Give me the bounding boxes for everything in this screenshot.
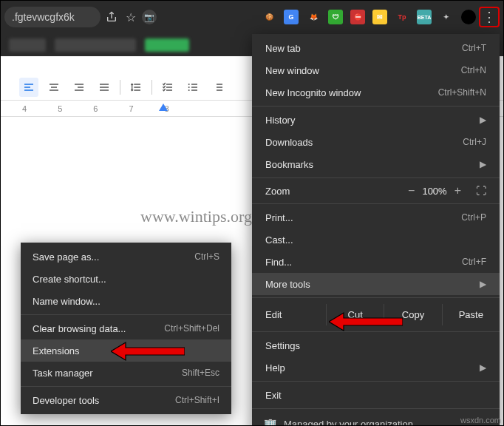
submenu-extensions[interactable]: Extensions (21, 339, 231, 362)
chevron-right-icon: ▶ (480, 362, 486, 373)
address-bar[interactable]: .fgtevwcgfx6k (4, 7, 101, 27)
bulleted-list[interactable] (183, 78, 202, 97)
menu-downloads[interactable]: DownloadsCtrl+J (252, 131, 500, 153)
submenu-clear-data[interactable]: Clear browsing data...Ctrl+Shift+Del (21, 317, 231, 339)
numbered-list[interactable] (208, 78, 228, 97)
checklist[interactable] (158, 78, 177, 97)
ext-icon-translate[interactable]: G (284, 10, 299, 24)
building-icon: 🏢 (264, 418, 276, 426)
camera-icon[interactable]: 📷 (142, 10, 157, 24)
chevron-right-icon: ▶ (480, 159, 486, 169)
share-icon[interactable] (103, 9, 120, 25)
align-center[interactable] (44, 78, 64, 97)
ext-icon-tp[interactable]: Tp (395, 10, 409, 24)
zoom-in-button[interactable]: + (454, 184, 461, 197)
edit-label: Edit (252, 304, 326, 325)
ext-icon-cookie[interactable]: 🍪 (262, 10, 276, 24)
menu-zoom: Zoom − 100% + ⛶ (252, 180, 500, 201)
svg-point-1 (188, 87, 190, 88)
star-icon[interactable]: ☆ (123, 9, 139, 25)
line-spacing[interactable] (126, 78, 146, 97)
submenu-dev-tools[interactable]: Developer toolsCtrl+Shift+I (21, 389, 231, 411)
bookmark-item[interactable] (55, 38, 136, 52)
align-right[interactable] (69, 78, 89, 97)
svg-point-2 (188, 89, 190, 91)
zoom-out-button[interactable]: − (408, 184, 415, 197)
fullscreen-icon[interactable]: ⛶ (476, 185, 486, 197)
align-left[interactable] (19, 78, 38, 97)
edit-copy[interactable]: Copy (384, 304, 441, 325)
menu-history[interactable]: History▶ (252, 109, 500, 131)
bookmark-item[interactable] (145, 38, 189, 52)
puzzle-icon[interactable]: ✦ (439, 10, 454, 24)
chevron-right-icon: ▶ (480, 115, 486, 125)
menu-edit-row: Edit Cut Copy Paste (252, 300, 500, 329)
ext-icon-beta[interactable]: BETA (417, 10, 432, 24)
bookmark-item[interactable] (9, 38, 46, 52)
menu-bookmarks[interactable]: Bookmarks▶ (252, 153, 500, 175)
submenu-create-shortcut[interactable]: Create shortcut... (21, 268, 231, 290)
menu-settings[interactable]: Settings (252, 334, 500, 356)
submenu-save-page[interactable]: Save page as...Ctrl+S (21, 246, 231, 268)
ruler-mark: 7 (129, 104, 133, 113)
profile-avatar[interactable] (461, 10, 476, 24)
chevron-right-icon: ▶ (480, 279, 486, 289)
extension-icons: 🍪 G 🦊 🛡 ⛔ ✉ Tp BETA ✦ (262, 10, 476, 24)
submenu-task-manager[interactable]: Task managerShift+Esc (21, 362, 231, 384)
indent-marker[interactable] (159, 104, 168, 111)
edit-paste[interactable]: Paste (442, 304, 500, 325)
edit-cut[interactable]: Cut (326, 304, 384, 325)
menu-more-tools[interactable]: More tools▶ (252, 273, 500, 295)
chrome-main-menu: New tabCtrl+T New windowCtrl+N New Incog… (252, 34, 500, 426)
browser-top-bar: .fgtevwcgfx6k ☆ 📷 🍪 G 🦊 🛡 ⛔ ✉ Tp BETA ✦ … (0, 0, 504, 34)
align-justify[interactable] (95, 78, 114, 97)
ext-icon-mail[interactable]: ✉ (372, 10, 387, 24)
menu-new-incognito[interactable]: New Incognito windowCtrl+Shift+N (252, 81, 500, 104)
menu-print[interactable]: Print...Ctrl+P (252, 206, 500, 229)
menu-find[interactable]: Find...Ctrl+F (252, 251, 500, 273)
submenu-name-window[interactable]: Name window... (21, 290, 231, 312)
menu-new-tab[interactable]: New tabCtrl+T (252, 37, 500, 59)
ruler-mark: 6 (93, 104, 98, 113)
ext-icon-metamask[interactable]: 🦊 (306, 10, 321, 24)
menu-new-window[interactable]: New windowCtrl+N (252, 59, 500, 81)
menu-cast[interactable]: Cast... (252, 229, 500, 251)
url-fragment: .fgtevwcgfx6k (12, 11, 75, 23)
zoom-value: 100% (422, 186, 446, 197)
ext-icon-block[interactable]: ⛔ (350, 10, 365, 24)
more-tools-submenu: Save page as...Ctrl+S Create shortcut...… (21, 243, 231, 414)
menu-exit[interactable]: Exit (252, 384, 500, 406)
svg-point-0 (188, 84, 190, 85)
chrome-menu-button[interactable]: ⋮ (479, 7, 500, 27)
source-tag: wsxdn.com (460, 416, 501, 425)
ruler-mark: 5 (58, 104, 62, 113)
ruler-mark: 4 (22, 104, 27, 113)
menu-help[interactable]: Help▶ (252, 356, 500, 379)
ext-icon-shield[interactable]: 🛡 (328, 10, 343, 24)
